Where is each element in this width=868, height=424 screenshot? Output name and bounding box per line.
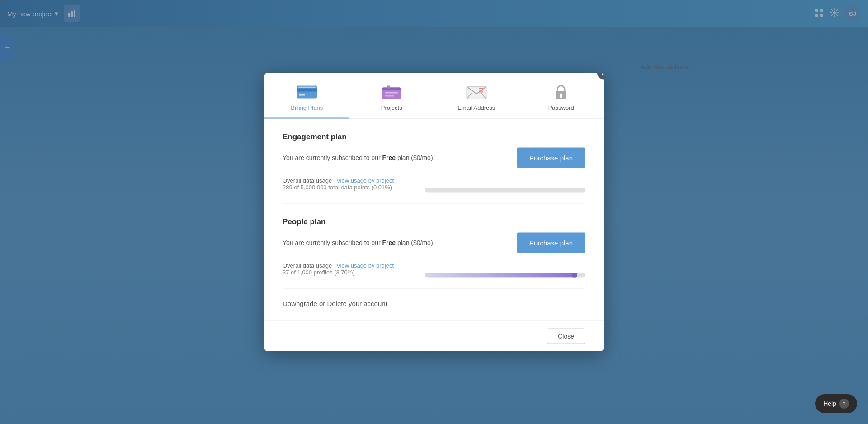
help-question-mark: ? [842, 400, 845, 407]
billing-plans-label: Billing Plans [291, 104, 323, 111]
svg-marker-15 [387, 86, 390, 89]
engagement-plan-text: You are currently subscribed to our Free… [283, 153, 434, 163]
people-purchase-button[interactable]: Purchase plan [517, 233, 585, 253]
svg-rect-9 [297, 89, 317, 92]
svg-rect-26 [560, 96, 562, 98]
people-usage-link[interactable]: View usage by project [336, 262, 394, 269]
people-plan-row: You are currently subscribed to our Free… [283, 233, 585, 253]
engagement-progress-bar [425, 188, 585, 193]
help-label: Help [823, 400, 836, 407]
email-address-icon [466, 84, 487, 101]
modal-footer: Close [264, 321, 604, 351]
billing-plans-icon [296, 84, 318, 101]
engagement-usage-right [425, 177, 585, 193]
people-progress-bar [425, 273, 585, 278]
engagement-usage-link[interactable]: View usage by project [336, 177, 394, 184]
svg-rect-11 [299, 86, 315, 88]
tab-password[interactable]: Password [519, 79, 604, 119]
projects-icon [381, 84, 402, 101]
people-usage-section: Overall data usage View usage by project… [283, 262, 585, 278]
engagement-usage-label: Overall data usage [283, 177, 332, 184]
projects-label: Projects [381, 104, 402, 111]
svg-rect-14 [382, 88, 401, 90]
people-desc-prefix: You are currently subscribed to our [283, 239, 382, 246]
people-usage-left: Overall data usage View usage by project… [283, 262, 416, 276]
modal-tabs: Billing Plans Projects [264, 73, 604, 119]
engagement-usage-left: Overall data usage View usage by project… [283, 177, 416, 191]
people-plan-text: You are currently subscribed to our Free… [283, 238, 434, 248]
close-button[interactable]: Close [547, 329, 585, 344]
engagement-usage-detail: 289 of 5,000,000 total data points (0.01… [283, 184, 416, 191]
people-usage-label-row: Overall data usage View usage by project [283, 262, 416, 269]
modal-body: Engagement plan You are currently subscr… [264, 119, 604, 321]
people-usage-right [425, 262, 585, 278]
help-button[interactable]: Help ? [815, 394, 857, 413]
tab-projects[interactable]: Projects [349, 79, 434, 119]
engagement-plan-row: You are currently subscribed to our Free… [283, 148, 585, 168]
tab-email-address[interactable]: Email Address [434, 79, 519, 119]
close-icon: ✕ [601, 73, 604, 77]
people-plan-section: People plan You are currently subscribed… [283, 203, 585, 278]
password-label: Password [548, 104, 574, 111]
engagement-usage-section: Overall data usage View usage by project… [283, 177, 585, 193]
email-address-label: Email Address [458, 104, 495, 111]
downgrade-section: Downgrade or Delete your account [283, 288, 585, 307]
people-plan-name: Free [382, 239, 396, 246]
tab-billing-plans[interactable]: Billing Plans [264, 79, 349, 119]
engagement-plan-title: Engagement plan [283, 132, 585, 141]
people-progress-fill [425, 273, 577, 278]
engagement-desc-suffix: plan ($0/mo). [396, 154, 434, 161]
engagement-purchase-button[interactable]: Purchase plan [517, 148, 585, 168]
people-usage-label: Overall data usage [283, 262, 332, 269]
billing-modal: ✕ Billing Plans [264, 73, 604, 351]
people-desc-suffix: plan ($0/mo). [396, 239, 434, 246]
people-usage-detail: 37 of 1,000 profiles (3.70%) [283, 269, 416, 276]
people-plan-title: People plan [283, 217, 585, 226]
engagement-plan-name: Free [382, 154, 396, 161]
svg-rect-10 [299, 94, 305, 96]
password-icon [550, 84, 572, 101]
svg-rect-16 [385, 92, 398, 94]
downgrade-title: Downgrade or Delete your account [283, 300, 585, 307]
engagement-desc-prefix: You are currently subscribed to our [283, 154, 382, 161]
engagement-plan-section: Engagement plan You are currently subscr… [283, 132, 585, 193]
svg-rect-17 [385, 95, 394, 97]
engagement-usage-label-row: Overall data usage View usage by project [283, 177, 416, 184]
help-icon: ? [839, 399, 849, 409]
